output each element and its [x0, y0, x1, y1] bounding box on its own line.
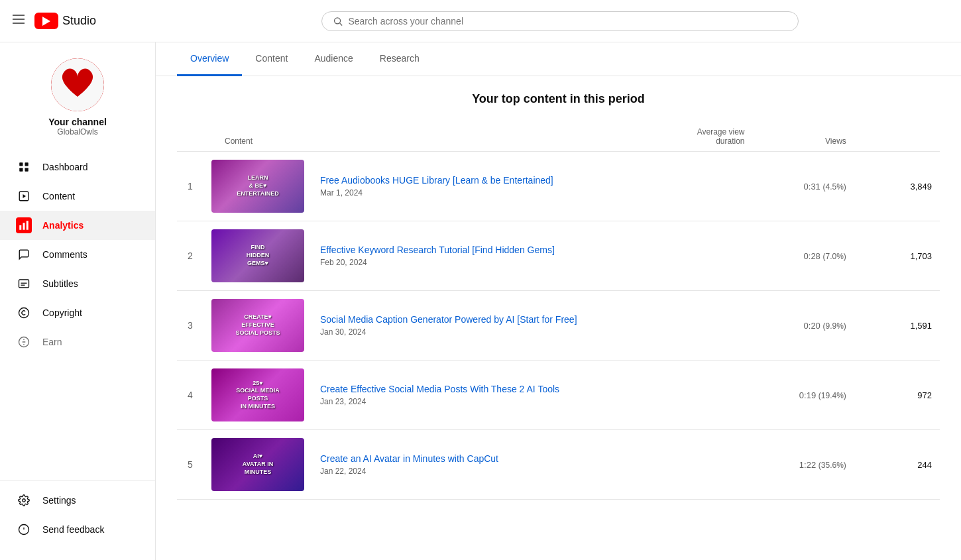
rank-cell: 3: [177, 291, 203, 361]
svg-rect-3: [19, 162, 23, 166]
video-title[interactable]: Create an AI Avatar in Minutes with CapC…: [320, 453, 745, 464]
views-cell: 972: [854, 361, 940, 430]
title-cell: Create Effective Social Media Posts With…: [312, 361, 753, 430]
sidebar-item-copyright[interactable]: Copyright: [0, 298, 155, 327]
thumb-label: 25♥ SOCIAL MEDIA POSTS IN MINUTES: [233, 377, 282, 414]
tab-overview[interactable]: Overview: [177, 42, 242, 76]
title-cell: Social Media Caption Generator Powered b…: [312, 291, 753, 361]
duration-cell: 0:31 (4.5%): [753, 152, 854, 221]
rank-cell: 1: [177, 152, 203, 221]
duration-pct: (9.9%): [822, 321, 846, 331]
tab-audience[interactable]: Audience: [301, 42, 366, 76]
svg-rect-6: [25, 168, 28, 172]
video-date: Jan 30, 2024: [320, 327, 745, 337]
sidebar-item-earn[interactable]: Earn: [0, 327, 155, 357]
dashboard-icon: [16, 159, 32, 175]
svg-rect-5: [19, 168, 23, 172]
svg-rect-11: [27, 221, 28, 230]
rank-cell: 5: [177, 430, 203, 500]
thumb-cell: LEARN & BE♥ ENTERTAINED: [203, 152, 312, 221]
svg-point-17: [23, 499, 26, 502]
duration-cell: 1:22 (35.6%): [753, 430, 854, 500]
col-views-header: Views: [753, 122, 854, 152]
content-table: Content Average view duration Views 1 LE…: [177, 122, 940, 500]
video-title[interactable]: Effective Keyword Research Tutorial [Fin…: [320, 245, 745, 255]
copyright-icon: [16, 305, 32, 321]
title-cell: Effective Keyword Research Tutorial [Fin…: [312, 221, 753, 291]
thumb-label: FIND HIDDEN GEMS♥: [244, 241, 272, 270]
svg-rect-12: [19, 280, 29, 288]
rank-cell: 4: [177, 361, 203, 430]
channel-handle: GlobalOwls: [57, 127, 97, 137]
col-duration-header: Average view duration: [312, 122, 753, 152]
subtitles-icon: [16, 276, 32, 292]
video-thumbnail: LEARN & BE♥ ENTERTAINED: [211, 160, 304, 213]
duration-pct: (4.5%): [822, 182, 846, 192]
sidebar-item-analytics[interactable]: Analytics: [0, 211, 155, 240]
search-icon: [333, 16, 343, 27]
search-bar: [321, 11, 799, 31]
sidebar-item-subtitles[interactable]: Subtitles: [0, 269, 155, 298]
svg-line-1: [340, 23, 343, 25]
sidebar-item-analytics-label: Analytics: [42, 220, 84, 231]
sidebar-item-send-feedback[interactable]: Send feedback: [0, 515, 155, 544]
duration-cell: 0:28 (7.0%): [753, 221, 854, 291]
svg-point-15: [19, 308, 29, 318]
video-title[interactable]: Create Effective Social Media Posts With…: [320, 384, 745, 394]
sidebar-item-subtitles-label: Subtitles: [42, 278, 78, 289]
app-body: Your channel GlobalOwls Dashboard: [0, 42, 961, 560]
studio-text: Studio: [62, 14, 96, 28]
thumb-cell: 25♥ SOCIAL MEDIA POSTS IN MINUTES: [203, 361, 312, 430]
duration-pct: (19.4%): [819, 391, 846, 400]
sidebar-item-comments[interactable]: Comments: [0, 240, 155, 269]
menu-icon[interactable]: [11, 11, 27, 30]
video-date: Mar 1, 2024: [320, 188, 745, 197]
settings-icon: [16, 492, 32, 508]
yt-studio-logo[interactable]: Studio: [34, 13, 96, 29]
svg-point-0: [335, 17, 341, 23]
sidebar-item-dashboard-label: Dashboard: [42, 162, 88, 172]
video-date: Jan 22, 2024: [320, 467, 745, 476]
comments-icon: [16, 247, 32, 262]
table-row: 1 LEARN & BE♥ ENTERTAINED Free Audiobook…: [177, 152, 940, 221]
avatar: [51, 58, 104, 111]
svg-rect-4: [25, 162, 28, 166]
top-content-section: Your top content in this period Content …: [156, 76, 961, 516]
sidebar-item-content-label: Content: [42, 191, 75, 201]
table-row: 5 AI♥ AVATAR IN MINUTES Create an AI Ava…: [177, 430, 940, 500]
sidebar-item-settings[interactable]: Settings: [0, 486, 155, 515]
tab-content[interactable]: Content: [242, 42, 301, 76]
sidebar: Your channel GlobalOwls Dashboard: [0, 42, 156, 560]
sidebar-item-earn-label: Earn: [42, 337, 62, 347]
sidebar-bottom: Settings Send feedback: [0, 480, 155, 549]
title-cell: Free Audiobooks HUGE Library [Learn & be…: [312, 152, 753, 221]
sidebar-item-copyright-label: Copyright: [42, 308, 82, 318]
sidebar-item-content[interactable]: Content: [0, 182, 155, 211]
thumb-label: CREATE♥ EFFECTIVE SOCIAL POSTS: [233, 311, 283, 339]
video-title[interactable]: Social Media Caption Generator Powered b…: [320, 314, 745, 325]
header-left: Studio: [11, 11, 170, 30]
views-cell: 3,849: [854, 152, 940, 221]
tab-research[interactable]: Research: [367, 42, 433, 76]
video-title[interactable]: Free Audiobooks HUGE Library [Learn & be…: [320, 175, 745, 186]
views-cell: 1,591: [854, 291, 940, 361]
duration-cell: 0:20 (9.9%): [753, 291, 854, 361]
search-input[interactable]: [348, 16, 787, 27]
duration-pct: (35.6%): [819, 461, 846, 470]
main-content: Overview Content Audience Research Your …: [156, 42, 961, 560]
video-thumbnail: CREATE♥ EFFECTIVE SOCIAL POSTS: [211, 299, 304, 352]
channel-name: Your channel: [48, 117, 107, 127]
duration-pct: (7.0%): [822, 252, 846, 261]
rank-cell: 2: [177, 221, 203, 291]
table-row: 4 25♥ SOCIAL MEDIA POSTS IN MINUTES Crea…: [177, 361, 940, 430]
sidebar-item-dashboard[interactable]: Dashboard: [0, 152, 155, 182]
svg-rect-10: [23, 223, 25, 230]
feedback-icon: [16, 522, 32, 537]
table-row: 2 FIND HIDDEN GEMS♥ Effective Keyword Re…: [177, 221, 940, 291]
video-thumbnail: AI♥ AVATAR IN MINUTES: [211, 438, 304, 491]
thumb-cell: FIND HIDDEN GEMS♥: [203, 221, 312, 291]
video-date: Feb 20, 2024: [320, 258, 745, 267]
col-content-header: Content: [203, 122, 312, 152]
sidebar-item-comments-label: Comments: [42, 249, 87, 260]
sidebar-nav: Dashboard Content Analytics: [0, 147, 155, 362]
